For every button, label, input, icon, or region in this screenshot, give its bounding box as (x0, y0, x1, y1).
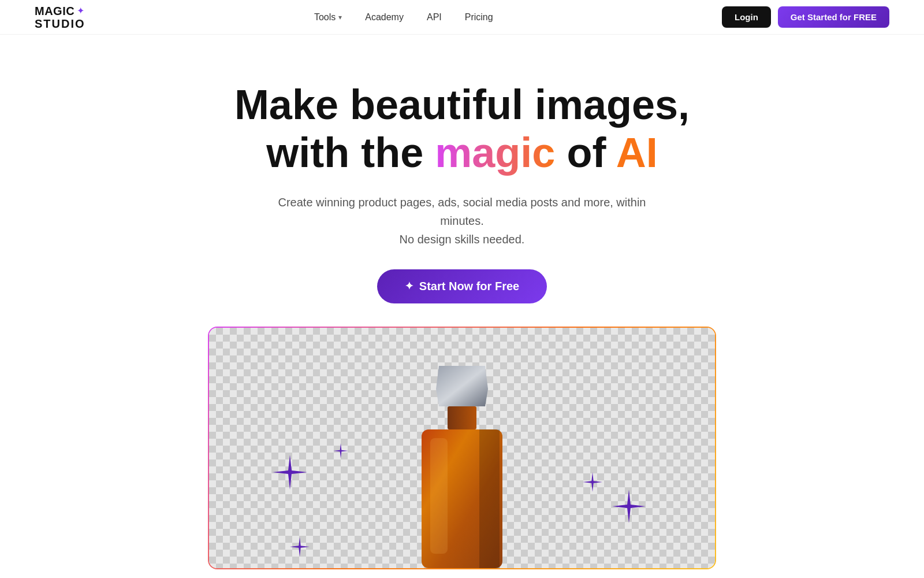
nav-item-academy[interactable]: Academy (365, 12, 404, 23)
start-now-button[interactable]: ✦ Start Now for Free (377, 269, 547, 303)
hero-title: Make beautiful images, with the magic of… (234, 81, 690, 177)
svg-rect-1 (448, 406, 476, 429)
nav-item-pricing[interactable]: Pricing (465, 12, 493, 23)
hero-subtitle: Create winning product pages, ads, socia… (260, 193, 664, 249)
logo-star-icon: ✦ (77, 6, 84, 16)
sparkle-bottom-left (290, 537, 310, 557)
hero-title-line2: with the magic of AI (234, 129, 690, 177)
sparkle-small-right (583, 472, 602, 492)
hero-section: Make beautiful images, with the magic of… (0, 35, 924, 578)
navbar: MAGIC ✦ STUDIO Tools ▾ Academy API Prici… (0, 0, 924, 35)
logo-text-line1: MAGIC (35, 5, 74, 17)
nav-item-tools[interactable]: Tools ▾ (314, 12, 342, 23)
sparkle-large-left (273, 455, 307, 490)
hero-magic-word: magic (435, 129, 555, 176)
perfume-bottle (404, 349, 520, 568)
svg-marker-0 (436, 366, 488, 406)
navbar-actions: Login Get Started for FREE (722, 6, 889, 28)
demo-frame (208, 327, 716, 569)
nav-menu: Tools ▾ Academy API Pricing (314, 12, 493, 23)
demo-container (208, 327, 716, 569)
button-sparkle-icon: ✦ (405, 280, 413, 292)
hero-title-line1: Make beautiful images, (234, 81, 690, 128)
logo-text-line2: STUDIO (35, 17, 85, 30)
get-started-button[interactable]: Get Started for FREE (778, 6, 889, 28)
svg-rect-3 (430, 438, 448, 554)
hero-ai-word: AI (616, 129, 658, 176)
svg-rect-4 (479, 429, 500, 568)
sparkle-small-left (333, 443, 348, 458)
logo[interactable]: MAGIC ✦ STUDIO (35, 5, 85, 30)
login-button[interactable]: Login (722, 6, 771, 28)
tools-dropdown-icon: ▾ (338, 13, 342, 21)
sparkle-large-right (612, 490, 646, 523)
nav-item-api[interactable]: API (427, 12, 442, 23)
